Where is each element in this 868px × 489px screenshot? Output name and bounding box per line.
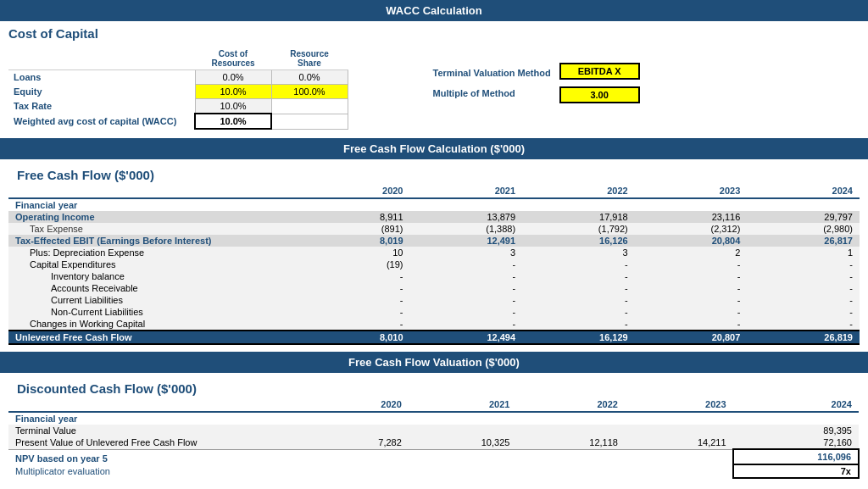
val-fy-2021 <box>409 412 517 425</box>
ncl-2020: - <box>314 306 410 318</box>
cl-2021: - <box>410 294 523 306</box>
dep-2020: 10 <box>314 247 410 258</box>
npv-2022 <box>516 449 625 464</box>
npv-label: NPV based on year 5 <box>8 449 314 464</box>
operating-income-label: Operating Income <box>8 211 314 223</box>
inv-2020: - <box>314 270 410 282</box>
capex-2024: - <box>747 258 860 270</box>
ulfcf-2023: 20,807 <box>635 331 748 344</box>
fcf-header-row: 2020 2021 2022 2023 2024 <box>8 184 860 198</box>
mult-2023 <box>625 464 733 478</box>
npv-2020 <box>314 449 409 464</box>
fcf-fy-2023 <box>635 198 748 211</box>
capex-2022: - <box>522 258 635 270</box>
mult-2021 <box>409 464 517 478</box>
wacc-share <box>271 114 348 129</box>
tv-2022 <box>516 425 625 436</box>
cl-label: Current Liabilities <box>8 294 314 306</box>
oi-2021: 13,879 <box>410 211 523 223</box>
ulfcf-2024: 26,819 <box>747 331 860 344</box>
ebit-2020: 8,019 <box>314 235 410 247</box>
terminal-labels: Terminal Valuation Method Multiple of Me… <box>433 68 551 98</box>
ar-2024: - <box>747 282 860 294</box>
wc-label: Changes in Working Capital <box>8 318 314 331</box>
val-row-pv: Present Value of Unlevered Free Cash Flo… <box>8 436 859 449</box>
val-fy-2024 <box>733 412 859 425</box>
wacc-grid: Cost of Resources Resource Share Loans 0… <box>8 47 860 130</box>
val-table: 2020 2021 2022 2023 2024 Financial year … <box>8 397 860 479</box>
inv-2021: - <box>410 270 523 282</box>
dep-2022: 3 <box>522 247 635 258</box>
ar-2023: - <box>635 282 748 294</box>
val-row-terminal: Terminal Value 89,395 <box>8 425 859 436</box>
te-2024: (2,980) <box>747 223 860 235</box>
inv-2023: - <box>635 270 748 282</box>
terminal-multiple-label: Multiple of Method <box>433 88 551 98</box>
ebit-2023: 20,804 <box>635 235 748 247</box>
taxrate-share <box>271 99 348 114</box>
val-col-label <box>8 397 314 412</box>
wacc-title: WACC Calculation <box>386 4 481 17</box>
fcf-col-2024: 2024 <box>747 184 860 198</box>
wacc-col-cost: Cost of Resources <box>195 47 271 70</box>
val-row-financial-year: Financial year <box>8 412 859 425</box>
inventory-label: Inventory balance <box>8 270 314 282</box>
equity-label: Equity <box>8 85 195 99</box>
val-col-2020: 2020 <box>314 397 409 412</box>
tax-expense-label: Tax Expense <box>8 223 314 235</box>
wacc-row-equity: Equity 10.0% 100.0% <box>8 85 348 99</box>
pv-2024: 72,160 <box>733 436 859 449</box>
ar-2020: - <box>314 282 410 294</box>
inv-2024: - <box>747 270 860 282</box>
val-fy-2023 <box>625 412 733 425</box>
fcf-main-header: Free Cash Flow Calculation ($'000) <box>0 138 868 159</box>
mult-2024: 7x <box>733 464 859 478</box>
te-2020: (891) <box>314 223 410 235</box>
ncl-2024: - <box>747 306 860 318</box>
val-fy-2020 <box>314 412 409 425</box>
te-2021: (1,388) <box>410 223 523 235</box>
wacc-cost: 10.0% <box>195 114 271 129</box>
cl-2022: - <box>522 294 635 306</box>
equity-share[interactable]: 100.0% <box>271 85 348 99</box>
terminal-values: EBITDA X 3.00 <box>559 63 640 103</box>
fcf-row-ebit: Tax-Effected EBIT (Earnings Before Inter… <box>8 235 860 247</box>
mult-2022 <box>516 464 625 478</box>
terminal-method-label: Terminal Valuation Method <box>433 68 551 78</box>
val-main-header: Free Cash Flow Valuation ($'000) <box>0 352 868 373</box>
terminal-method-value[interactable]: EBITDA X <box>559 63 640 80</box>
wc-2023: - <box>635 318 748 331</box>
fcf-section: Free Cash Flow ($'000) 2020 2021 2022 20… <box>0 159 868 352</box>
fcf-row-operating-income: Operating Income 8,911 13,879 17,918 23,… <box>8 211 860 223</box>
val-header-row: 2020 2021 2022 2023 2024 <box>8 397 859 412</box>
equity-cost[interactable]: 10.0% <box>195 85 271 99</box>
ncl-2023: - <box>635 306 748 318</box>
dcf-section-title: Discounted Cash Flow ($'000) <box>8 376 860 397</box>
fcf-row-financial-year: Financial year <box>8 198 860 211</box>
fcf-col-2021: 2021 <box>410 184 523 198</box>
wacc-row-taxrate: Tax Rate 10.0% <box>8 99 348 114</box>
oi-2023: 23,116 <box>635 211 748 223</box>
cl-2024: - <box>747 294 860 306</box>
wc-2021: - <box>410 318 523 331</box>
fcf-table: 2020 2021 2022 2023 2024 Financial year … <box>8 184 860 345</box>
fcf-fy-2021 <box>410 198 523 211</box>
fcf-row-wc: Changes in Working Capital - - - - - <box>8 318 860 331</box>
ulfcf-2021: 12,494 <box>410 331 523 344</box>
ulfcf-label: Unlevered Free Cash Flow <box>8 331 314 344</box>
depreciation-label: Plus: Depreciation Expense <box>8 247 314 258</box>
pv-2022: 12,118 <box>516 436 625 449</box>
inv-2022: - <box>522 270 635 282</box>
ar-2021: - <box>410 282 523 294</box>
ebit-2024: 26,817 <box>747 235 860 247</box>
fcf-row-depreciation: Plus: Depreciation Expense 10 3 3 2 1 <box>8 247 860 258</box>
val-fy-2022 <box>516 412 625 425</box>
terminal-multiple-value[interactable]: 3.00 <box>559 86 640 103</box>
fcf-fy-2024 <box>747 198 860 211</box>
loans-label: Loans <box>8 70 195 85</box>
fcf-col-label <box>8 184 314 198</box>
ebit-2021: 12,491 <box>410 235 523 247</box>
cost-of-capital-section: Cost of Capital Cost of Resources Resour… <box>0 21 868 138</box>
loans-share: 0.0% <box>271 70 348 85</box>
capex-2023: - <box>635 258 748 270</box>
